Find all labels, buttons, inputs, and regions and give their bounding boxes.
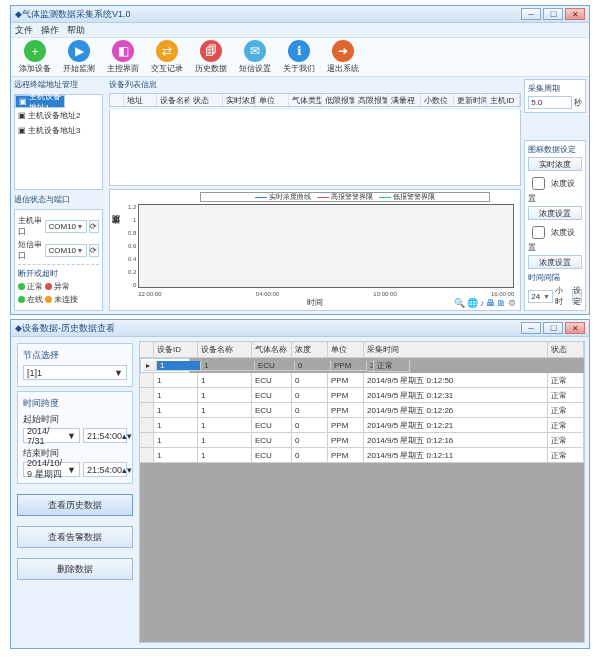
conc2-checkbox[interactable]	[532, 226, 545, 239]
menu-help[interactable]: 帮助	[67, 24, 85, 37]
chart-yticks: 1.210.80.60.40.20	[126, 204, 136, 288]
gear-icon[interactable]: ⚙	[508, 298, 516, 308]
menubar: 文件 操作 帮助	[11, 23, 589, 37]
address-item[interactable]: ▣主机设备地址3	[15, 123, 102, 138]
grid-col[interactable]: 状态	[190, 94, 223, 106]
start-date-picker[interactable]: 2014/ 7/31▼	[23, 428, 80, 443]
grid-col[interactable]: 小数位	[421, 94, 454, 106]
menu-file[interactable]: 文件	[15, 24, 33, 37]
refresh-host-button[interactable]: ⟳	[89, 220, 100, 233]
delete-button[interactable]: 删除数据	[17, 558, 133, 580]
time-interval-select[interactable]: 24▼	[528, 290, 553, 303]
toolbar-0[interactable]: ＋添加设备	[15, 40, 55, 74]
maximize-button[interactable]: ☐	[543, 8, 563, 20]
address-item[interactable]: ▣主机设备地址2	[15, 108, 102, 123]
grid-col[interactable]: 低限报警	[322, 94, 355, 106]
conc2-button[interactable]: 浓度设置	[528, 255, 582, 269]
zoom-icon[interactable]: 🔍	[454, 298, 465, 308]
grid-col[interactable]: 单位	[256, 94, 289, 106]
sms-port-label: 短信串口	[18, 239, 43, 261]
menu-op[interactable]: 操作	[41, 24, 59, 37]
view-alarm-button[interactable]: 查看告警数据	[17, 526, 133, 548]
table-row[interactable]: 11ECU0PPM2014/9/5 星期五 0:12:31正常	[140, 388, 584, 403]
set-button[interactable]: 设定	[572, 289, 582, 303]
realtime-button[interactable]: 实时浓度	[528, 157, 582, 171]
close-button[interactable]: ✕	[565, 322, 585, 334]
device-grid-title: 设备列表信息	[109, 79, 521, 90]
table-row[interactable]: 11ECU0PPM2014/9/5 星期五 0:12:21正常	[140, 418, 584, 433]
conc1-checkbox[interactable]	[532, 177, 545, 190]
time-interval-label: 时间间隔	[528, 272, 582, 283]
globe-icon[interactable]: 🌐	[467, 298, 478, 308]
toolbar: ＋添加设备▶开始监测◧主控界面⇄交互记录🗐历史数据✉短信设置ℹ关于我们➜退出系统	[11, 37, 589, 77]
start-time-picker[interactable]: 21:54:00▴▾	[83, 428, 127, 443]
refresh-sms-button[interactable]: ⟳	[89, 244, 100, 257]
table-row[interactable]: 11ECU0PPM2014/9/5 星期五 0:12:50正常	[140, 373, 584, 388]
toolbar-5[interactable]: ✉短信设置	[235, 40, 275, 74]
table-row[interactable]: 11ECU0PPM2014/9/5 星期五 0:12:16正常	[140, 433, 584, 448]
maximize-button[interactable]: ☐	[543, 322, 563, 334]
host-port-label: 主机串口	[18, 215, 43, 237]
toolbar-icon: ➜	[332, 40, 354, 62]
grid-col[interactable]: 地址	[124, 94, 157, 106]
toolbar-7[interactable]: ➜退出系统	[323, 40, 363, 74]
end-date-picker[interactable]: 2014/10/ 9 星期四▼	[23, 462, 80, 477]
window-title: 气体监测数据采集系统V1.0	[22, 8, 131, 21]
toolbar-4[interactable]: 🗐历史数据	[191, 40, 231, 74]
node-group-title: 节点选择	[23, 349, 127, 362]
grid-col[interactable]: 设备名称	[157, 94, 190, 106]
history-grid-header: 设备ID 设备名称 气体名称 浓度 单位 采集时间 状态	[140, 342, 584, 358]
node-select[interactable]: [1]1▼	[23, 365, 127, 380]
chart-legend: 实时浓度曲线 高报警警界限 低报警警界限	[200, 192, 490, 202]
window-title: 设备数据-历史数据查看	[22, 322, 115, 335]
time-group-title: 时间跨度	[23, 397, 127, 410]
period-input[interactable]: 5.0	[528, 96, 572, 109]
view-history-button[interactable]: 查看历史数据	[17, 494, 133, 516]
grid-col[interactable]: 满量程	[388, 94, 421, 106]
host-port-select[interactable]: COM10▼	[45, 220, 86, 233]
grid-col[interactable]: 高限报警	[355, 94, 388, 106]
end-time-picker[interactable]: 21:54:00▴▾	[83, 462, 127, 477]
period-label: 采集周期	[528, 83, 582, 94]
table-row[interactable]: 11ECU0PPM2014/9/5 星期五 0:12:11正常	[140, 448, 584, 463]
history-window: ◆ 设备数据-历史数据查看 ─ ☐ ✕ 节点选择 [1]1▼ 时间跨度 起始时间…	[10, 319, 590, 649]
grid-col[interactable]: 实时浓度	[223, 94, 256, 106]
export-icon[interactable]: 🖶	[486, 298, 495, 308]
device-grid-body[interactable]	[109, 110, 521, 186]
address-item[interactable]: ▣主机设备地址1	[15, 95, 65, 108]
table-row[interactable]: 11ECU0PPM2014/9/5 星期五 0:12:26正常	[140, 403, 584, 418]
toolbar-label: 开始监测	[63, 63, 95, 74]
conc1-button[interactable]: 浓度设置	[528, 206, 582, 220]
table-row[interactable]: ▸11ECU0PPM2014/9/5 星期五 0:12:55正常	[140, 358, 190, 373]
main-window: ◆ 气体监测数据采集系统V1.0 ─ ☐ ✕ 文件 操作 帮助 ＋添加设备▶开始…	[10, 5, 590, 315]
grid-col[interactable]: 主机ID	[487, 94, 520, 106]
minimize-button[interactable]: ─	[521, 8, 541, 20]
chart-panel: 实时浓度曲线 高报警警界限 低报警警界限 烟雾浓度 1.210.80.60.40…	[109, 189, 521, 311]
history-grid-body[interactable]: ▸11ECU0PPM2014/9/5 星期五 0:12:55正常11ECU0PP…	[140, 358, 584, 642]
chart-settings-title: 图标数据设定	[528, 144, 582, 155]
toolbar-3[interactable]: ⇄交互记录	[147, 40, 187, 74]
chart-plot-area[interactable]	[138, 204, 514, 288]
page-icon[interactable]: 🗎	[497, 298, 506, 308]
toolbar-2[interactable]: ◧主控界面	[103, 40, 143, 74]
address-panel-title: 远程终端地址管理	[14, 79, 103, 90]
titlebar[interactable]: ◆ 气体监测数据采集系统V1.0 ─ ☐ ✕	[11, 6, 589, 23]
toolbar-icon: ✉	[244, 40, 266, 62]
toolbar-label: 历史数据	[195, 63, 227, 74]
toolbar-icon: ℹ	[288, 40, 310, 62]
grid-col[interactable]: 气体类型	[289, 94, 322, 106]
close-button[interactable]: ✕	[565, 8, 585, 20]
toolbar-icon: ＋	[24, 40, 46, 62]
toolbar-label: 主控界面	[107, 63, 139, 74]
toolbar-6[interactable]: ℹ关于我们	[279, 40, 319, 74]
app-icon: ◆	[15, 9, 22, 19]
refresh-icon[interactable]: ♪	[480, 298, 485, 308]
toolbar-label: 交互记录	[151, 63, 183, 74]
chart-settings-box: 图标数据设定 实时浓度 浓度设置 浓度设置 浓度设置 浓度设置 时间间隔 24▼…	[524, 140, 586, 311]
grid-col[interactable]: 更新时间	[454, 94, 487, 106]
toolbar-1[interactable]: ▶开始监测	[59, 40, 99, 74]
sms-port-select[interactable]: COM10▼	[45, 244, 86, 257]
history-grid: 设备ID 设备名称 气体名称 浓度 单位 采集时间 状态 ▸11ECU0PPM2…	[139, 341, 585, 643]
titlebar[interactable]: ◆ 设备数据-历史数据查看 ─ ☐ ✕	[11, 320, 589, 337]
minimize-button[interactable]: ─	[521, 322, 541, 334]
